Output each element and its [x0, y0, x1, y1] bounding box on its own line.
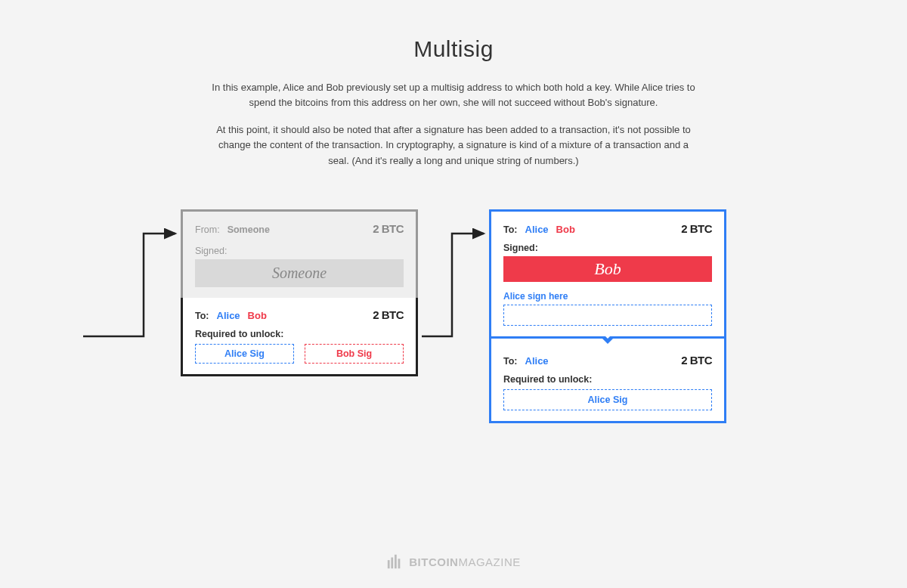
svg-rect-1: [392, 558, 394, 569]
signed-label: Signed:: [503, 243, 712, 253]
alice-sig-required: Alice Sig: [503, 389, 712, 410]
to-bob: Bob: [556, 224, 575, 235]
footer-brand: BITCOINMAGAZINE: [0, 553, 907, 570]
alice-sig-required: Alice Sig: [195, 344, 294, 364]
alice-sign-here-label: Alice sign here: [503, 291, 712, 302]
next-output-card: To: Alice 2 BTC Required to unlock: Alic…: [491, 339, 724, 421]
to-alice: Alice: [217, 310, 240, 321]
paragraph-1: In this example, Alice and Bob previousl…: [212, 80, 695, 110]
required-label: Required to unlock:: [503, 374, 712, 385]
required-label: Required to unlock:: [195, 329, 404, 339]
description-block: In this example, Alice and Bob previousl…: [212, 80, 695, 169]
right-transaction-group: To: Alice Bob 2 BTC Signed: Bob Alice si…: [489, 209, 726, 423]
bob-sig-required: Bob Sig: [305, 344, 404, 364]
from-label: From:: [195, 224, 220, 235]
amount: 2 BTC: [681, 222, 712, 235]
svg-rect-3: [398, 559, 401, 568]
signed-label: Signed:: [195, 246, 404, 256]
outgoing-tx-card: To: Alice Bob 2 BTC Required to unlock: …: [183, 298, 416, 374]
someone-signature: Someone: [195, 259, 404, 287]
incoming-amount: 2 BTC: [373, 222, 404, 235]
svg-rect-0: [388, 560, 390, 568]
outgoing-amount: 2 BTC: [373, 308, 404, 321]
page-title: Multisig: [0, 0, 907, 62]
bob-signature: Bob: [503, 256, 712, 282]
alice-signature-empty-slot: [503, 305, 712, 326]
to-label: To:: [195, 311, 209, 321]
to-label: To:: [503, 224, 518, 235]
svg-rect-2: [395, 555, 397, 568]
left-transaction-group: From: Someone 2 BTC Signed: Someone To: …: [181, 209, 418, 376]
brand-light: MAGAZINE: [458, 556, 520, 568]
paragraph-2: At this point, it should also be noted t…: [212, 122, 695, 168]
pointer-notch-icon: [602, 333, 613, 339]
diagram-area: From: Someone 2 BTC Signed: Someone To: …: [0, 191, 907, 516]
connector-arrows: [0, 191, 907, 516]
to-alice: Alice: [525, 224, 549, 235]
signed-by-bob-card: To: Alice Bob 2 BTC Signed: Bob Alice si…: [491, 212, 724, 339]
incoming-tx-card: From: Someone 2 BTC Signed: Someone: [183, 212, 416, 298]
from-value: Someone: [228, 224, 270, 235]
to-label: To:: [503, 356, 518, 367]
amount: 2 BTC: [681, 354, 712, 367]
bitcoin-magazine-logo-icon: [386, 553, 403, 570]
to-alice: Alice: [525, 355, 549, 367]
to-bob: Bob: [248, 310, 267, 321]
brand-bold: BITCOIN: [409, 556, 458, 568]
